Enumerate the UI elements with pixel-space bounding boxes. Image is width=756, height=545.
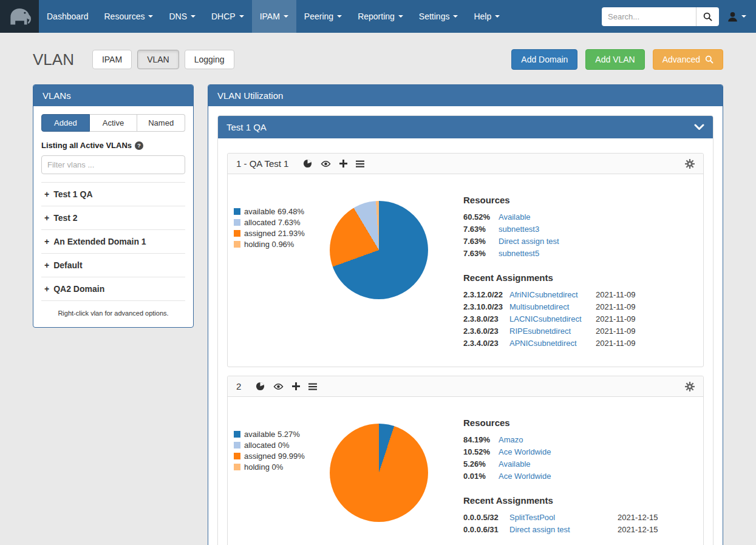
nav-item-dns[interactable]: DNS [161,0,203,33]
resource-link[interactable]: Direct assign test [499,237,559,246]
resource-link[interactable]: subnettest3 [499,225,539,234]
expand-icon[interactable]: + [44,260,49,270]
nav-item-dhcp[interactable]: DHCP [203,0,252,33]
gear-icon[interactable] [685,382,695,391]
chart-details: Resources 84.19% Amazo 10.52% Ace Worldw… [463,413,690,537]
expand-icon[interactable]: + [44,284,49,294]
resource-row: 60.52% Available [463,212,690,222]
legend-swatch [234,453,240,459]
vlan-filter-input[interactable] [41,155,185,174]
vlans-panel: VLANs Added Active Named Listing all Act… [33,84,194,328]
help-icon[interactable]: ? [135,141,143,150]
user-menu[interactable] [727,11,746,22]
tab-added[interactable]: Added [41,114,90,132]
pie-chart-icon[interactable] [256,382,265,391]
assignment-cidr: 0.0.0.5/32 [463,513,509,522]
assignment-row: 2.3.10.0/23 Multisubnetdirect 2021-11-09 [463,302,690,311]
tab-vlan[interactable]: VLAN [137,50,179,69]
assignment-link[interactable]: RIPEsubnetdirect [509,327,590,336]
resource-link[interactable]: subnettest5 [499,249,539,258]
vlan-group-heading[interactable]: Test 1 QA [218,116,713,138]
nav-item-ipam[interactable]: IPAM [252,0,296,33]
assignments-heading: Recent Assignments [463,495,690,506]
nav-item-help[interactable]: Help [466,0,508,33]
tab-named[interactable]: Named [137,114,185,132]
vlan-chart-card-1: 1 - QA Test 1 [227,153,704,367]
assignment-cidr: 0.0.0.6/31 [463,525,509,534]
resource-percent: 7.63% [463,225,499,234]
tab-ipam[interactable]: IPAM [92,50,132,69]
nav-item-dashboard[interactable]: Dashboard [39,0,97,33]
nav-item-label: Peering [304,12,333,21]
nav-item-label: Reporting [358,12,395,21]
nav-item-settings[interactable]: Settings [411,0,466,33]
plus-icon[interactable] [292,382,300,390]
collapse-chevron-icon[interactable] [694,124,704,130]
pie-chart-icon[interactable] [303,159,312,168]
add-domain-button[interactable]: Add Domain [511,49,577,70]
search-input[interactable] [602,7,696,26]
pie-chart[interactable] [330,201,428,299]
legend-item: allocated 7.63% [234,218,326,227]
expand-icon[interactable]: + [44,189,49,199]
search-button[interactable] [696,7,719,26]
assignment-date: 2021-11-09 [590,327,636,336]
nav-item-resources[interactable]: Resources [97,0,162,33]
caret-down-icon [453,15,458,18]
assignment-row: 0.0.0.5/32 SplitTestPool 2021-12-15 [463,513,690,522]
vlan-list-item[interactable]: + Default [41,254,185,277]
vlan-list-item[interactable]: + QA2 Domain [41,277,185,301]
provision-mammoth-logo[interactable] [0,0,39,33]
nav-item-label: Dashboard [47,12,89,21]
vlan-list-item[interactable]: + Test 1 QA [41,183,185,206]
pie-chart[interactable] [330,424,428,522]
add-vlan-button[interactable]: Add VLAN [585,49,644,70]
eye-icon[interactable] [273,383,284,390]
assignment-link[interactable]: LACNICsubnetdirect [509,314,590,323]
mammoth-logo-icon [6,5,33,27]
plus-icon[interactable] [339,160,347,168]
resource-link[interactable]: Amazo [499,435,523,444]
resource-link[interactable]: Available [499,212,531,222]
tab-active[interactable]: Active [90,114,138,132]
assignment-cidr: 2.3.12.0/22 [463,290,509,299]
resource-percent: 5.26% [463,459,499,469]
nav-item-peering[interactable]: Peering [296,0,350,33]
expand-icon[interactable]: + [44,237,49,246]
resource-link[interactable]: Ace Worldwide [499,447,551,456]
tab-logging[interactable]: Logging [185,50,234,69]
legend-swatch [234,442,240,449]
resource-link[interactable]: Ace Worldwide [499,472,551,481]
advanced-search-button[interactable]: Advanced [653,49,723,70]
nav-item-label: DNS [169,12,187,21]
assignment-link[interactable]: SplitTestPool [509,513,611,522]
navbar-right [602,0,756,33]
vlans-panel-body: Added Active Named Listing all Active VL… [33,106,193,327]
chart-card-body: available 5.27% allocated 0% assigned 99… [228,397,703,545]
gear-icon[interactable] [685,159,695,169]
legend-label: holding 0.96% [244,240,294,249]
resource-link[interactable]: Available [499,459,531,469]
assignment-link[interactable]: APNICsubnetdirect [509,339,590,348]
assignment-link[interactable]: Multisubnetdirect [509,302,590,311]
nav-item-reporting[interactable]: Reporting [350,0,411,33]
menu-icon[interactable] [356,160,364,168]
chart-card-header: 2 [228,376,703,397]
assignment-row: 2.3.8.0/23 LACNICsubnetdirect 2021-11-09 [463,314,690,323]
add-vlan-label: Add VLAN [595,55,635,64]
vlan-group-title: Test 1 QA [226,122,267,132]
search-icon [705,55,713,64]
assignment-link[interactable]: AfriNICsubnetdirect [509,290,590,299]
vlan-list-item[interactable]: + Test 2 [41,206,185,230]
legend-item: available 69.48% [234,207,326,216]
eye-icon[interactable] [321,160,331,168]
expand-icon[interactable]: + [44,213,49,223]
vlan-panel-note: Right-click vlan for advanced options. [41,301,185,319]
assignment-cidr: 2.3.10.0/23 [463,302,509,311]
legend-label: allocated 7.63% [244,218,301,227]
user-icon [727,11,738,22]
vlan-list-item[interactable]: + An Extended Domain 1 [41,230,185,254]
menu-icon[interactable] [308,383,317,390]
pie-legend: available 5.27% allocated 0% assigned 99… [234,430,326,537]
assignment-link[interactable]: Direct assign test [509,525,611,534]
